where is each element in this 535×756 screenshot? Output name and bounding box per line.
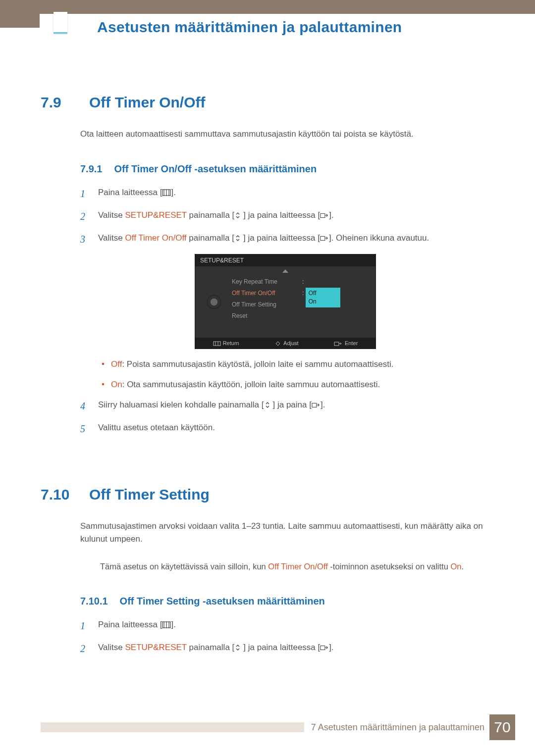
svg-rect-10: [312, 403, 317, 407]
osd-item: Reset: [232, 310, 295, 322]
step-2: 2 Valitse SETUP&RESET painamalla [] ja p…: [80, 641, 490, 656]
enter-icon: [312, 402, 321, 408]
osd-screenshot: SETUP&RESET Key Repeat Time Off Timer On…: [195, 254, 376, 349]
osd-footer: Return Adjust Enter: [195, 338, 375, 349]
svg-rect-5: [321, 237, 325, 241]
enter-icon: [320, 212, 329, 219]
enter-icon: [320, 235, 329, 242]
section-7-9-intro: Ota laitteen automaattisesti sammuttava …: [80, 128, 490, 141]
osd-item: Off Timer Setting: [232, 299, 295, 310]
step-text: Paina laitteessa [: [98, 188, 162, 197]
section-7-10-intro: Sammutusajastimen arvoksi voidaan valita…: [80, 520, 490, 546]
step-text: ] ja paina laitteessa [: [243, 210, 320, 220]
osd-adjust: Adjust: [274, 340, 299, 346]
section-7-10-note: Tämä asetus on käytettävissä vain silloi…: [100, 560, 490, 573]
step-text: ].: [321, 400, 325, 409]
step-text: Valitse: [98, 233, 125, 243]
up-down-icon: [234, 235, 243, 242]
step-text: ].: [171, 188, 175, 197]
step-text: ] ja paina laitteessa [: [243, 233, 320, 243]
steps-7-10-1: 1 Paina laitteessa []. 2 Valitse SETUP&R…: [80, 618, 490, 656]
up-down-icon: [264, 402, 273, 408]
subsection-number: 7.10.1: [80, 596, 108, 607]
step-text: painamalla [: [187, 210, 234, 220]
note-emph: Off Timer On/Off: [268, 562, 327, 571]
svg-rect-6: [214, 342, 220, 346]
subsection-7-9-1-heading: 7.9.1 Off Timer On/Off -asetuksen määrit…: [80, 163, 490, 175]
step-text: Valitse: [98, 643, 125, 652]
menu-icon: [162, 621, 171, 628]
section-title: Off Timer Setting: [89, 486, 210, 503]
option-desc: : Poista sammutusajastin käytöstä, jollo…: [122, 359, 393, 369]
svg-rect-4: [321, 214, 325, 218]
option-label: On: [111, 380, 122, 389]
step-text: painamalla [: [187, 233, 234, 243]
step-text: painamalla [: [187, 643, 234, 652]
step-text: Valitse: [98, 210, 125, 220]
section-title: Off Timer On/Off: [89, 94, 205, 111]
osd-item: Key Repeat Time: [232, 276, 295, 288]
osd-value-on: On: [306, 296, 340, 307]
bullet-off: Off: Poista sammutusajastin käytöstä, jo…: [100, 358, 490, 371]
header-tab-accent: [54, 12, 67, 34]
step-1: 1 Paina laitteessa [].: [80, 618, 490, 634]
step-text: Siirry haluamasi kielen kohdalle painama…: [98, 400, 264, 409]
osd-value-colon: :: [302, 276, 340, 288]
step-number: 4: [80, 398, 88, 414]
option-desc: : Ota sammutusajastin käyttöön, jolloin …: [122, 380, 380, 389]
osd-values: : : Off : On: [302, 276, 340, 336]
steps-7-9-1: 1 Paina laitteessa []. 2 Valitse SETUP&R…: [80, 186, 490, 247]
steps-7-9-1-cont: 4 Siirry haluamasi kielen kohdalle paina…: [80, 398, 490, 437]
menu-name: SETUP&RESET: [125, 643, 187, 652]
step-number: 3: [80, 231, 88, 247]
note-emph: On: [450, 562, 461, 571]
step-number: 1: [80, 618, 88, 634]
step-text: ].: [329, 643, 333, 652]
footer-chapter-label: 7 Asetusten määrittäminen ja palauttamin…: [311, 722, 484, 733]
enter-icon: [320, 644, 329, 651]
step-text: ].: [329, 210, 333, 220]
osd-up-arrow-icon: [282, 269, 288, 273]
osd-title: SETUP&RESET: [195, 254, 375, 266]
page-content: 7.9 Off Timer On/Off Ota laitteen automa…: [41, 94, 490, 663]
step-text: Paina laitteessa [: [98, 620, 162, 629]
step-text: ] ja paina [: [273, 400, 312, 409]
svg-rect-9: [334, 342, 339, 346]
bullet-on: On: Ota sammutusajastin käyttöön, jolloi…: [100, 378, 490, 391]
osd-return: Return: [213, 340, 239, 346]
chapter-title: Asetusten määrittäminen ja palauttaminen: [97, 19, 402, 36]
subsection-7-10-1-heading: 7.10.1 Off Timer Setting -asetuksen määr…: [80, 596, 490, 607]
subsection-title: Off Timer On/Off -asetuksen määrittämine…: [114, 163, 317, 175]
step-3: 3 Valitse Off Timer On/Off painamalla []…: [80, 231, 490, 247]
step-number: 2: [80, 641, 88, 656]
osd-menu-list: Key Repeat Time Off Timer On/Off Off Tim…: [232, 276, 295, 336]
menu-name: SETUP&RESET: [125, 210, 187, 220]
osd-enter: Enter: [334, 340, 358, 346]
step-text: ].: [171, 620, 175, 629]
step-1: 1 Paina laitteessa [].: [80, 186, 490, 202]
section-7-9-heading: 7.9 Off Timer On/Off: [41, 94, 490, 111]
step-text: ]. Oheinen ikkuna avautuu.: [329, 233, 429, 243]
footer-bar: [41, 722, 304, 732]
osd-item-active: Off Timer On/Off: [232, 288, 295, 299]
step-5: 5 Valittu asetus otetaan käyttöön.: [80, 421, 490, 437]
up-down-icon: [234, 212, 243, 219]
step-text: ] ja paina laitteessa [: [243, 643, 320, 652]
header-corner: [0, 0, 40, 28]
subsection-number: 7.9.1: [80, 163, 102, 175]
section-number: 7.9: [41, 94, 74, 111]
step-text: Valittu asetus otetaan käyttöön.: [98, 421, 215, 434]
step-number: 1: [80, 186, 88, 202]
step-number: 5: [80, 421, 88, 437]
section-7-10-heading: 7.10 Off Timer Setting: [41, 486, 490, 503]
menu-icon: [162, 189, 171, 196]
step-4: 4 Siirry haluamasi kielen kohdalle paina…: [80, 398, 490, 414]
svg-rect-15: [321, 646, 325, 650]
step-2: 2 Valitse SETUP&RESET painamalla [] ja p…: [80, 208, 490, 224]
step-number: 2: [80, 208, 88, 224]
section-number: 7.10: [41, 486, 74, 503]
option-bullets: Off: Poista sammutusajastin käytöstä, jo…: [100, 358, 490, 391]
option-label: Off: [111, 359, 122, 369]
gear-icon: [208, 296, 220, 308]
page-footer: 7 Asetusten määrittäminen ja palauttamin…: [41, 716, 515, 738]
